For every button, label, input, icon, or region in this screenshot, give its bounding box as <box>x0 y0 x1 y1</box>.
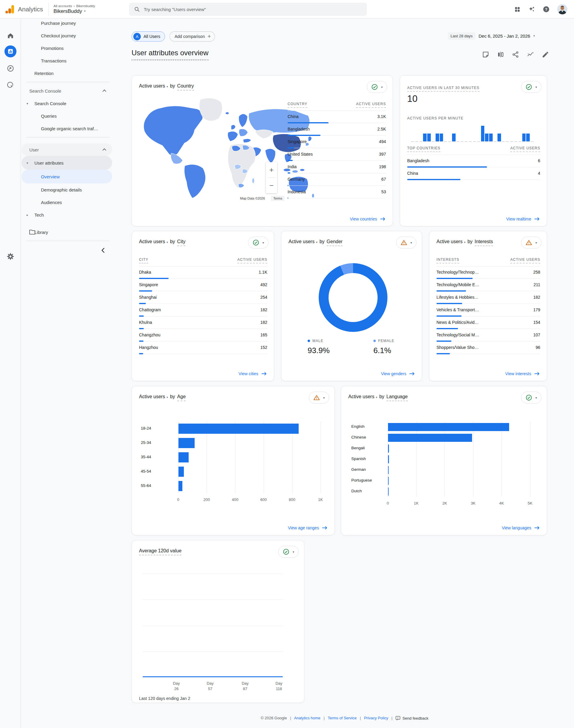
table-row[interactable]: China4 <box>407 168 540 180</box>
avatar[interactable] <box>557 4 567 14</box>
table-row[interactable]: Bangladesh2.5K <box>288 123 386 136</box>
advertising-icon[interactable] <box>7 81 14 89</box>
terms-of-service-link[interactable]: Terms of Service <box>328 716 357 720</box>
sidebar-item-user-attributes[interactable]: ▾User attributes <box>22 156 112 170</box>
notes-icon[interactable] <box>482 51 489 58</box>
search-input[interactable] <box>144 7 323 12</box>
metric-selector[interactable]: Active users▾ <box>437 239 465 244</box>
reports-icon[interactable] <box>4 45 16 57</box>
admin-gear-icon[interactable] <box>6 253 14 261</box>
bar-German[interactable] <box>388 466 388 474</box>
table-row[interactable]: Technology/Technop…258 <box>437 267 540 279</box>
search-bar[interactable] <box>129 3 367 16</box>
sidebar-item-user[interactable]: User <box>22 143 112 156</box>
sidebar-item-google-organic-search-traf[interactable]: Google organic search traf… <box>22 122 112 135</box>
insights-icon[interactable] <box>527 51 534 58</box>
table-row[interactable]: Singapore492 <box>139 279 267 291</box>
share-icon[interactable] <box>512 51 519 58</box>
sidebar-item-transactions[interactable]: Transactions <box>22 54 112 67</box>
table-row[interactable]: Changzhou165 <box>139 329 267 342</box>
view-languages-link[interactable]: View languages <box>502 526 540 530</box>
data-quality-badge[interactable]: ▾ <box>521 392 541 404</box>
bar-English[interactable] <box>388 423 509 431</box>
view-age-ranges-link[interactable]: View age ranges <box>288 526 327 530</box>
sidebar-item-library[interactable]: Library <box>22 226 112 238</box>
sidebar-item-checkout-journey[interactable]: Checkout journey <box>22 29 112 42</box>
data-quality-badge[interactable]: ▾ <box>521 237 541 248</box>
sidebar-item-audiences[interactable]: Audiences <box>22 196 112 209</box>
dimension-link[interactable]: Age <box>177 394 186 401</box>
bar-Portuguese[interactable] <box>388 477 388 485</box>
sidebar-item-demographic-details[interactable]: Demographic details <box>22 183 112 196</box>
data-quality-badge[interactable]: ▾ <box>396 237 416 248</box>
analytics-logo[interactable]: Analytics <box>0 4 48 14</box>
table-row[interactable]: Singapore494 <box>288 136 386 148</box>
sidebar-item-search-console[interactable]: ▾Search Console <box>22 97 112 109</box>
date-range-selector[interactable]: Last 28 days Dec 6, 2025 - Jan 2, 2026 ▾ <box>448 32 535 40</box>
metric-selector[interactable]: Active users▾ <box>348 394 377 399</box>
bar-45-54[interactable] <box>178 467 184 477</box>
metric-selector[interactable]: Average 120d value <box>139 548 181 555</box>
dimension-link[interactable]: City <box>177 239 186 246</box>
table-row[interactable]: India198 <box>288 161 386 174</box>
table-row[interactable]: Lifestyles & Hobbies…182 <box>437 291 540 304</box>
home-icon[interactable] <box>7 32 14 39</box>
table-row[interactable]: Shanghai254 <box>139 291 267 304</box>
table-row[interactable]: Hangzhou152 <box>139 342 267 354</box>
column-header[interactable]: INTERESTS <box>437 258 459 264</box>
bar-55-64[interactable] <box>178 481 182 491</box>
gender-donut-chart[interactable] <box>319 263 387 332</box>
sidebar-item-search-console[interactable]: Search Console <box>22 85 112 97</box>
zoom-out-button[interactable]: − <box>266 178 277 193</box>
bar-18-24[interactable] <box>178 423 299 434</box>
column-header[interactable]: ACTIVE USERS <box>510 146 540 152</box>
column-header[interactable]: COUNTRY <box>288 102 307 108</box>
table-row[interactable]: News & Politics/Avid…154 <box>437 317 540 329</box>
bar-Bengali[interactable] <box>388 445 389 453</box>
edit-pencil-icon[interactable] <box>542 51 549 58</box>
gemini-sparkle-icon[interactable] <box>528 6 535 13</box>
add-comparison-button[interactable]: Add comparison + <box>169 31 215 42</box>
table-row[interactable]: Dhaka1.1K <box>139 267 267 279</box>
data-quality-badge[interactable]: ▾ <box>309 392 329 404</box>
table-row[interactable]: Technology/Mobile E…211 <box>437 279 540 291</box>
table-row[interactable]: Vehicles & Transport…179 <box>437 304 540 317</box>
bar-25-34[interactable] <box>178 438 195 448</box>
table-row[interactable]: United States397 <box>288 148 386 161</box>
column-header[interactable]: ACTIVE USERS <box>356 102 386 108</box>
apps-grid-icon[interactable] <box>514 6 521 12</box>
data-quality-badge[interactable]: ▾ <box>248 237 269 248</box>
send-feedback-button[interactable]: Send feedback <box>396 716 428 721</box>
zoom-in-button[interactable]: + <box>266 162 277 177</box>
data-quality-badge[interactable]: ▾ <box>278 546 299 558</box>
view-genders-link[interactable]: View genders <box>381 371 415 376</box>
sidebar-item-tech[interactable]: ▸Tech <box>22 209 112 221</box>
bar-35-44[interactable] <box>178 452 189 462</box>
metric-selector[interactable]: Active users▾ <box>139 239 168 244</box>
table-row[interactable]: Technology/Social M…107 <box>437 329 540 342</box>
sidebar-item-purchase-journey[interactable]: Purchase journey <box>22 17 112 29</box>
table-row[interactable]: Shoppers/Value Sho…96 <box>437 342 540 354</box>
map-terms-link[interactable]: Terms <box>271 196 285 201</box>
dimension-link[interactable]: Interests <box>475 239 493 246</box>
account-switcher[interactable]: All accounts › Bikersbuddy BikersBuddy ▾ <box>48 2 95 16</box>
sidebar-item-queries[interactable]: Queries <box>22 109 112 122</box>
table-row[interactable]: Khulna182 <box>139 317 267 329</box>
metric-selector[interactable]: Active users▾ <box>288 239 318 244</box>
view-realtime-link[interactable]: View realtime <box>506 217 540 221</box>
analytics-home-link[interactable]: Analytics home <box>294 716 321 720</box>
dimension-link[interactable]: Country <box>177 83 194 91</box>
column-header[interactable]: ACTIVE USERS <box>237 258 267 264</box>
comparison-ab-icon[interactable] <box>497 51 504 58</box>
table-row[interactable]: Chattogram182 <box>139 304 267 317</box>
column-header[interactable]: CITY <box>139 258 148 264</box>
metric-selector[interactable]: Active users▾ <box>139 83 168 89</box>
collapse-sidebar-icon[interactable] <box>101 247 105 253</box>
bar-Spanish[interactable] <box>388 455 389 463</box>
data-quality-badge[interactable]: ▾ <box>367 81 387 93</box>
data-quality-badge[interactable]: ▾ <box>521 81 541 93</box>
view-cities-link[interactable]: View cities <box>239 371 267 376</box>
table-row[interactable]: China3.1K <box>288 111 386 123</box>
sidebar-item-overview[interactable]: Overview <box>22 170 112 183</box>
explore-icon[interactable] <box>7 64 14 72</box>
